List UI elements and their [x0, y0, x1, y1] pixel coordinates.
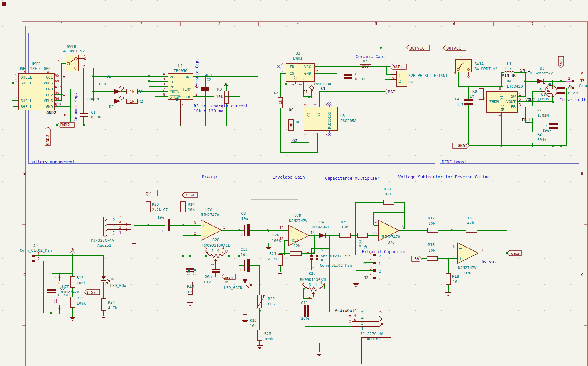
u4-n2: 2	[497, 114, 501, 116]
j1-ref: J1	[362, 261, 367, 265]
bat-minus: BAT-	[388, 89, 398, 94]
jack1-t1: 1	[113, 233, 115, 238]
gain-tag-1: gain	[224, 275, 233, 279]
c8-plus: +	[240, 232, 243, 238]
c6-ref: C6	[568, 85, 573, 90]
usb1-vbus2: VBUS	[44, 99, 53, 103]
u2-n5: 5	[316, 62, 318, 66]
sw1b-ref: SW1B	[67, 44, 76, 49]
u4-fb: FB	[511, 104, 516, 109]
u7c-plus: +	[380, 233, 382, 238]
q1-ref: Q1	[541, 92, 546, 96]
u7a-n3: 3	[194, 221, 196, 225]
net-audioout: AudioOut	[335, 308, 354, 313]
c12-ref: C12	[204, 280, 211, 284]
u7d-n14: 14	[310, 231, 315, 235]
c4-val: 4.7u	[457, 102, 466, 107]
c7-ref: C7	[163, 207, 168, 212]
r27-n5i: 5	[309, 282, 311, 287]
j2-n1: 1	[370, 274, 372, 278]
gnd2-tag-h: GND2	[60, 123, 70, 127]
usb1-gnd1: GND	[46, 87, 53, 91]
r12-val: 100k	[77, 281, 86, 285]
r20-ref: R20	[384, 187, 391, 191]
c7-plus: +	[161, 228, 163, 234]
r5-val: 100	[362, 64, 369, 69]
jack2-t2: 2	[361, 311, 364, 315]
r28-n4i: 4	[217, 248, 219, 253]
section-battery: battery management	[30, 160, 75, 164]
u1-bat: BAT	[185, 75, 192, 79]
q1-val: PMOS	[540, 97, 549, 101]
sw1b-num4: 4	[83, 55, 85, 59]
pwr-5v-preamp: 5V	[146, 191, 151, 195]
u3-d1d2: D1D2D1D2	[327, 112, 332, 129]
section-capmult: Capacitance Multiplier	[325, 176, 379, 181]
frame-col-4: 4	[297, 21, 299, 26]
l1-val: 4.7u	[504, 66, 513, 71]
usb1-shell-3: SHELL	[21, 99, 32, 103]
u4-shdn: SHDN	[489, 99, 499, 104]
u6-ref: U6	[408, 80, 413, 84]
r28-n2: 2	[210, 264, 214, 266]
u1-val: TP4056	[174, 68, 187, 73]
r17-ref: R17	[428, 216, 435, 220]
r7-ref: R7	[537, 108, 542, 112]
net-vinbc: VIN_BC	[502, 73, 517, 78]
c5-ref: C5	[542, 123, 547, 127]
u2-vcc: VCC	[304, 65, 311, 69]
usb1-gnd2: GND	[46, 104, 53, 109]
sw1a-n2: 2	[460, 55, 462, 59]
u7b-n5: 5	[453, 255, 455, 260]
r16-val: 47k	[467, 221, 474, 225]
r21-ref: R21	[269, 251, 276, 256]
c2-ref: C2	[207, 77, 211, 82]
pwr-5v0: 5V0	[559, 59, 563, 67]
r2-val: 1k	[130, 99, 134, 104]
j3-val: Conn	[579, 84, 588, 88]
r11-ref: R11	[292, 238, 298, 243]
r18-val: 10k	[453, 279, 460, 284]
gnd2-tag-dcdc: GND2	[458, 143, 468, 148]
r23-ref: R23	[152, 202, 159, 206]
j1-t1: 1	[379, 262, 381, 266]
jack2-t4: 4	[361, 316, 364, 320]
u7c-n10: 10	[373, 231, 377, 235]
u1-vcc: VCC	[170, 75, 176, 79]
d1-ref: D1	[107, 74, 111, 79]
j5-ref: J5	[318, 248, 323, 252]
u2-oc: OC	[294, 76, 298, 80]
j6-ref: J6	[320, 258, 325, 262]
u2-n3: 3	[290, 84, 295, 86]
u3-g1: G1	[307, 113, 311, 117]
u4-n6: 6	[499, 87, 501, 91]
r30-ref: R30	[358, 240, 362, 247]
pwr-5v-j4: 5V	[70, 248, 75, 253]
u7a-ref: U7A	[205, 207, 212, 212]
frame-row-c-right: C	[581, 272, 583, 277]
u4-n4: 4	[484, 97, 486, 101]
note-5vvol: 5v-vol	[481, 259, 496, 264]
r21-val: 4.7k	[268, 257, 277, 261]
u2-n4: 4	[281, 62, 283, 66]
u1-temp: TEMP	[182, 87, 191, 92]
frame-row-b-right: B	[581, 171, 583, 176]
j2-n2: 2	[370, 266, 372, 270]
frame-row-c-left: C	[23, 272, 26, 277]
u3-fs8205a[interactable]	[304, 107, 337, 131]
r14-ref: R14	[188, 202, 195, 206]
schematic-canvas[interactable]: 1234567ABCABCbattery managementDCDC-boos…	[0, 0, 588, 366]
c13-ref: C13	[241, 247, 247, 252]
r6-val: 0R	[289, 123, 293, 127]
outvcc-1: OUTVCC	[410, 46, 425, 50]
jack1-ref: Audio1	[97, 243, 111, 248]
pwrflag-lbl: PWR_FLAG	[314, 82, 332, 86]
frame-col-7: 7	[531, 21, 534, 26]
usb1-val: USB-TYPE-C-006	[18, 66, 51, 71]
r19-ref: R19	[250, 318, 256, 323]
u4-gnd: GND	[501, 104, 505, 111]
usb1-shell-1: SHELL	[21, 75, 32, 79]
r28-n1: 1	[222, 252, 224, 256]
r26-ref: R26	[272, 233, 279, 237]
r28-ref: R28	[212, 238, 219, 242]
